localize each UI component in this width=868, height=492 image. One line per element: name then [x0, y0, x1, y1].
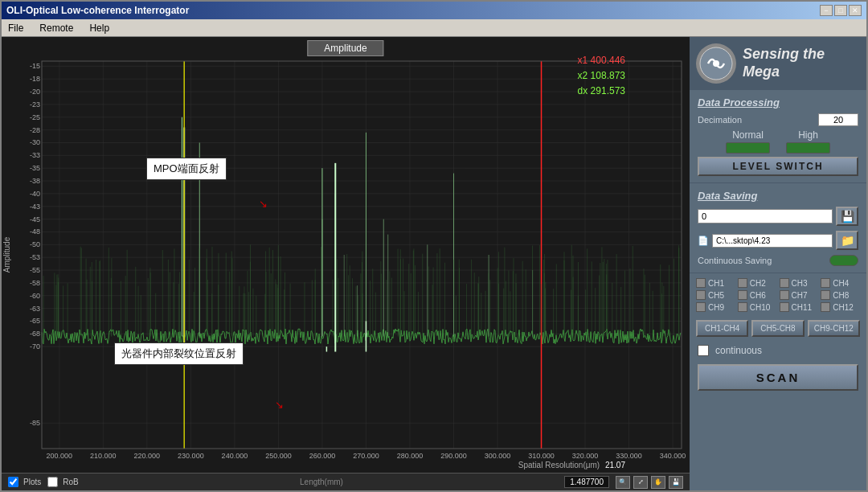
- ch5-item: CH5: [696, 290, 735, 300]
- bottom-icons: 🔍 ⤢ ✋ 💾: [616, 476, 683, 489]
- ch6-checkbox[interactable]: [738, 290, 747, 300]
- annotation-crack: 光器件内部裂纹位置反射: [114, 342, 244, 365]
- continuous-checkbox[interactable]: [698, 345, 709, 356]
- ch5-ch8-button[interactable]: CH5-CH8: [751, 320, 804, 337]
- ch6-item: CH6: [738, 290, 777, 300]
- normal-item: Normal: [726, 129, 770, 154]
- menu-remote[interactable]: Remote: [36, 22, 76, 35]
- chart-canvas-wrapper: x1 400.446 x2 108.873 dx 291.573: [2, 37, 690, 473]
- ch2-checkbox[interactable]: [738, 278, 747, 288]
- ch10-item: CH10: [738, 302, 777, 312]
- plots-checkbox-row: Plots: [8, 477, 41, 487]
- ch1-checkbox[interactable]: [696, 278, 706, 288]
- ch9-label: CH9: [708, 303, 724, 312]
- close-button[interactable]: ✕: [849, 5, 862, 16]
- main-window: OLI-Optical Low-coherence Interrogator −…: [0, 0, 868, 492]
- ch4-item: CH4: [821, 278, 860, 288]
- saving-value-input[interactable]: [698, 209, 833, 223]
- ch3-checkbox[interactable]: [780, 278, 789, 288]
- continuous-label: continuous: [715, 345, 762, 356]
- menu-file[interactable]: File: [5, 22, 27, 35]
- brand-logo: [696, 43, 736, 84]
- main-area: Amplitude x1 400.446 x2 108.873: [2, 37, 866, 490]
- ch9-ch12-button[interactable]: CH9-CH12: [808, 320, 860, 337]
- bottom-position-value: 1.487700: [564, 476, 609, 488]
- high-bar[interactable]: [786, 142, 830, 154]
- window-controls: − □ ✕: [820, 5, 862, 16]
- continuous-row: continuous: [690, 340, 866, 361]
- minimize-button[interactable]: −: [820, 5, 833, 16]
- cursor1-value: 400.446: [591, 55, 625, 66]
- zoom-icon[interactable]: 🔍: [616, 476, 630, 489]
- chart-title: Amplitude: [307, 40, 383, 56]
- maximize-button[interactable]: □: [834, 5, 847, 16]
- menu-bar: File Remote Help: [2, 19, 866, 37]
- file-icon: 📄: [698, 236, 709, 246]
- ch4-label: CH4: [833, 279, 849, 288]
- ch2-label: CH2: [750, 279, 766, 288]
- x-axis-label: Length(mm): [85, 478, 559, 486]
- path-row: 📄 📁: [698, 231, 858, 250]
- window-title: OLI-Optical Low-coherence Interrogator: [6, 5, 189, 16]
- normal-bar[interactable]: [726, 142, 770, 154]
- fit-icon[interactable]: ⤢: [633, 476, 648, 489]
- ch8-checkbox[interactable]: [821, 290, 830, 300]
- normal-high-row: Normal High: [698, 129, 858, 154]
- normal-label: Normal: [732, 129, 764, 141]
- chart-bottom-bar: Plots RoB Length(mm) 1.487700 🔍 ⤢ ✋ 💾: [2, 473, 690, 490]
- ch1-ch4-button[interactable]: CH1-CH4: [696, 320, 748, 337]
- dx-value: 291.573: [591, 85, 625, 96]
- cursor1-label: x1: [578, 55, 588, 66]
- path-input[interactable]: [712, 234, 833, 248]
- ch7-checkbox[interactable]: [780, 290, 789, 300]
- plots-label: Plots: [23, 478, 41, 486]
- continuous-saving-toggle[interactable]: [829, 255, 858, 266]
- ch6-label: CH6: [750, 291, 766, 300]
- ch7-item: CH7: [780, 290, 819, 300]
- channel-group-buttons: CH1-CH4 CH5-CH8 CH9-CH12: [690, 317, 866, 340]
- data-processing-section: Data Processing Decimation Normal High L…: [690, 90, 866, 183]
- level-switch-button[interactable]: LEVEL SWITCH: [698, 157, 858, 176]
- ch8-item: CH8: [821, 290, 860, 300]
- save-chart-icon[interactable]: 💾: [669, 476, 683, 489]
- plots-checkbox[interactable]: [8, 477, 18, 487]
- ch5-checkbox[interactable]: [696, 290, 706, 300]
- cursor2-value: 108.873: [591, 70, 625, 81]
- cursor2-label: x2: [578, 70, 588, 81]
- ch7-label: CH7: [792, 291, 808, 300]
- saving-value-row: 💾: [698, 207, 858, 226]
- title-bar: OLI-Optical Low-coherence Interrogator −…: [2, 2, 866, 19]
- ch12-checkbox[interactable]: [821, 302, 830, 312]
- annotation-arrow-2: ↘: [275, 399, 284, 411]
- rob-checkbox[interactable]: [47, 477, 58, 487]
- chart-canvas[interactable]: [2, 37, 690, 473]
- ch11-label: CH11: [792, 303, 813, 312]
- menu-help[interactable]: Help: [86, 22, 113, 35]
- ch4-checkbox[interactable]: [821, 278, 830, 288]
- folder-icon-button[interactable]: 📁: [836, 231, 858, 250]
- decimation-input[interactable]: [818, 113, 858, 126]
- save-icon-button[interactable]: 💾: [836, 207, 858, 226]
- ch10-label: CH10: [750, 303, 771, 312]
- scan-button[interactable]: SCAN: [698, 364, 858, 391]
- data-saving-title: Data Saving: [698, 190, 858, 202]
- spatial-resolution-value: 21.07: [605, 461, 625, 469]
- ch10-checkbox[interactable]: [738, 302, 747, 312]
- ch1-item: CH1: [696, 278, 735, 288]
- rob-label: RoB: [63, 478, 78, 486]
- channels-grid: CH1 CH2 CH3 CH4 CH5: [690, 273, 866, 317]
- pan-icon[interactable]: ✋: [651, 476, 665, 489]
- annotation-mpo: MPO端面反射: [146, 158, 227, 180]
- ch9-item: CH9: [696, 302, 735, 312]
- continuous-saving-label: Continuous Saving: [698, 256, 772, 265]
- right-panel: Sensing the Mega Data Processing Decimat…: [690, 37, 866, 490]
- ch5-label: CH5: [708, 291, 724, 300]
- ch12-item: CH12: [821, 302, 860, 312]
- ch12-label: CH12: [833, 303, 854, 312]
- ch3-item: CH3: [780, 278, 819, 288]
- svg-point-1: [713, 60, 719, 67]
- ch2-item: CH2: [738, 278, 777, 288]
- ch11-checkbox[interactable]: [780, 302, 789, 312]
- ch9-checkbox[interactable]: [696, 302, 706, 312]
- chart-area: Amplitude x1 400.446 x2 108.873: [2, 37, 690, 490]
